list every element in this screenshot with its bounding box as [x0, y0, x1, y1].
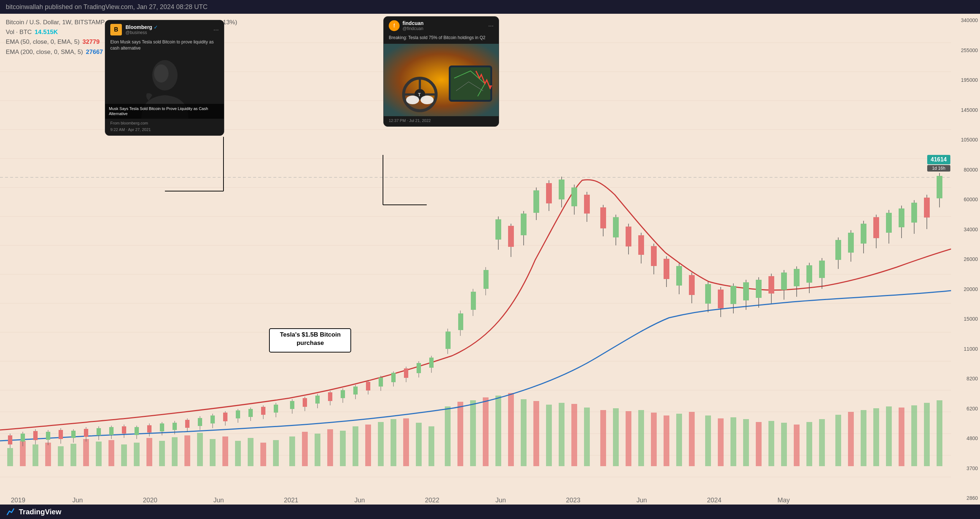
findcuan-account-info: findcuan @findcuan [402, 20, 423, 31]
findcuan-card: f findcuan @findcuan ··· Breaking: Tesla… [383, 16, 499, 127]
svg-point-259 [154, 64, 169, 83]
svg-rect-65 [600, 410, 606, 466]
bloomberg-handle: @business [126, 30, 158, 35]
svg-text:Jun: Jun [355, 497, 365, 504]
svg-rect-19 [7, 448, 13, 466]
svg-rect-72 [689, 412, 695, 466]
svg-rect-141 [315, 396, 320, 404]
findcuan-avatar: f [389, 20, 399, 31]
svg-rect-171 [508, 226, 514, 247]
svg-rect-86 [873, 408, 879, 466]
svg-rect-45 [340, 431, 346, 466]
svg-rect-219 [819, 260, 825, 278]
current-price: 41614 [927, 155, 951, 164]
svg-rect-71 [676, 414, 682, 466]
bloomberg-description: Elon Musk says Tesla sold Bitcoin to pro… [105, 39, 224, 54]
findcuan-card-image: T [384, 44, 499, 116]
svg-rect-135 [274, 405, 278, 413]
svg-rect-147 [353, 386, 358, 394]
svg-rect-221 [835, 240, 841, 260]
svg-point-271 [420, 96, 434, 104]
svg-rect-34 [197, 433, 203, 466]
svg-rect-21 [33, 444, 38, 466]
svg-rect-137 [290, 401, 294, 409]
findcuan-name: findcuan [402, 20, 423, 26]
svg-rect-84 [848, 412, 854, 466]
bloomberg-card-image: Musk Says Tesla Sold Bitcoin to Prove Li… [105, 54, 224, 119]
y-label-5: 105000 [953, 137, 978, 142]
y-label-15: 4800 [953, 435, 978, 441]
svg-rect-31 [159, 441, 165, 466]
svg-rect-121 [185, 420, 189, 428]
svg-rect-107 [97, 428, 101, 435]
findcuan-dots: ··· [488, 22, 494, 30]
svg-rect-127 [223, 413, 228, 421]
svg-rect-233 [911, 203, 917, 223]
svg-rect-63 [571, 404, 577, 466]
svg-rect-53 [445, 406, 450, 466]
svg-rect-163 [458, 313, 463, 330]
chart-title: Bitcoin / U.S. Dollar, 1W, BITSTAMP [6, 18, 105, 27]
svg-text:2020: 2020 [143, 497, 157, 504]
svg-rect-35 [210, 439, 216, 466]
svg-rect-97 [33, 431, 38, 440]
svg-rect-173 [521, 214, 527, 235]
y-axis: 340000 255000 195000 145000 105000 80000… [951, 14, 980, 505]
svg-rect-29 [134, 442, 140, 466]
svg-rect-93 [8, 435, 12, 444]
y-label-17: 2860 [953, 495, 978, 501]
svg-rect-90 [924, 403, 930, 466]
y-label-4: 145000 [953, 107, 978, 113]
svg-rect-30 [146, 438, 152, 466]
ema200-label: EMA (200, close, 0, SMA, 5) [6, 47, 83, 57]
svg-text:Jun: Jun [495, 497, 506, 504]
svg-rect-123 [198, 418, 202, 426]
svg-rect-161 [445, 332, 450, 349]
svg-rect-33 [185, 435, 190, 466]
bottom-bar: TradingView [0, 505, 980, 519]
price-badge: 41614 1d 16h [927, 155, 951, 172]
svg-rect-175 [533, 190, 539, 213]
svg-rect-28 [121, 444, 127, 466]
svg-rect-185 [600, 208, 606, 228]
svg-text:May: May [778, 497, 790, 504]
svg-rect-125 [210, 415, 215, 423]
svg-rect-39 [260, 442, 266, 466]
svg-text:2024: 2024 [707, 497, 721, 504]
svg-rect-95 [21, 434, 25, 442]
bloomberg-account-info: Bloomberg ✓ @business [126, 24, 158, 35]
svg-rect-40 [273, 440, 279, 466]
svg-rect-151 [379, 377, 383, 386]
bloomberg-account-name: Bloomberg [126, 24, 152, 30]
svg-rect-59 [521, 399, 527, 466]
svg-rect-58 [508, 393, 514, 466]
svg-rect-227 [873, 217, 879, 238]
y-label-9: 26000 [953, 256, 978, 262]
svg-rect-191 [638, 235, 644, 255]
bloomberg-icon: B [110, 24, 122, 35]
y-label-6: 80000 [953, 167, 978, 172]
svg-rect-22 [45, 442, 51, 466]
timeframe-badge: 1d 16h [927, 165, 951, 172]
svg-rect-87 [886, 406, 892, 466]
svg-rect-48 [378, 422, 384, 466]
svg-rect-193 [651, 246, 657, 266]
svg-rect-75 [730, 417, 736, 466]
svg-rect-68 [638, 410, 644, 466]
svg-rect-82 [819, 419, 825, 466]
svg-rect-83 [835, 415, 841, 466]
svg-rect-165 [471, 292, 476, 310]
y-label-16: 3700 [953, 465, 978, 471]
svg-rect-27 [108, 440, 114, 466]
svg-rect-115 [147, 425, 151, 433]
svg-text:2019: 2019 [11, 497, 25, 504]
svg-rect-54 [457, 402, 463, 466]
svg-rect-80 [794, 425, 800, 466]
svg-rect-61 [546, 405, 552, 466]
svg-rect-78 [768, 421, 774, 466]
svg-rect-199 [689, 275, 695, 295]
bloomberg-source: From bloomberg.com [105, 119, 224, 128]
svg-rect-111 [122, 426, 126, 434]
tradingview-logo: TradingView [6, 507, 61, 517]
svg-text:purchase: purchase [296, 340, 324, 347]
